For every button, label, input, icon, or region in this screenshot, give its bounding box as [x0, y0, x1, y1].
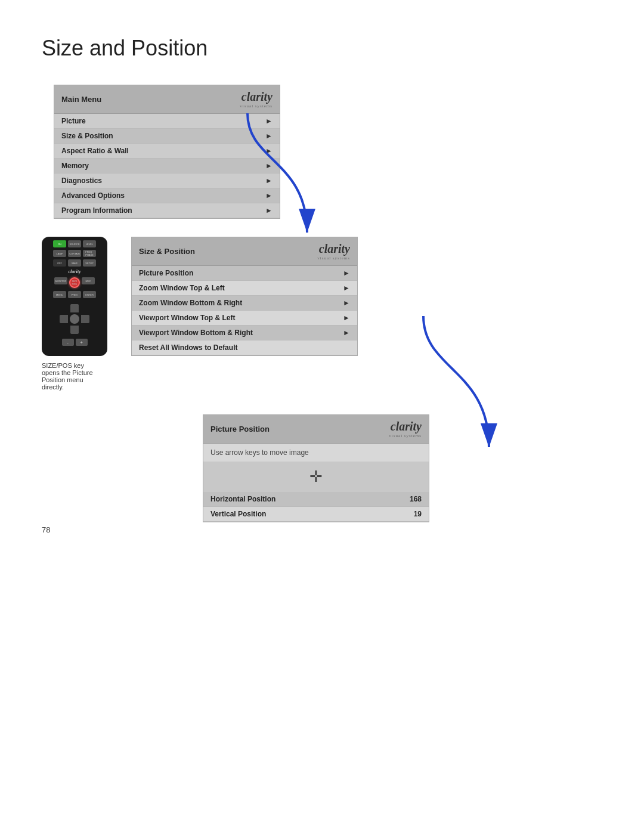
arrow-icon: ► — [265, 117, 273, 125]
arrow-icon: ► — [265, 206, 273, 215]
arrow-icon: ► — [343, 284, 350, 292]
section-main-menu: Main Menu clarity visual systems Picture… — [42, 85, 602, 219]
arrow-icon: ► — [343, 329, 350, 337]
clarity-logo-main: clarity visual systems — [240, 90, 273, 109]
section-picture-pos: Picture Position clarity visual systems … — [203, 414, 602, 522]
menu-item-program[interactable]: Program Information ► — [54, 203, 280, 218]
menu-item-viewport-bottom-right[interactable]: Viewport Window Bottom & Right ► — [132, 326, 357, 340]
remote-area: ON SOURCE LEVEL LAMP CURTAIN FREQPHASE O… — [42, 237, 107, 391]
arrow-icon: ► — [343, 314, 350, 322]
clarity-logo-size: clarity visual systems — [317, 242, 350, 261]
pic-pos-header: Picture Position clarity visual systems — [203, 415, 429, 444]
main-menu-panel: Main Menu clarity visual systems Picture… — [54, 85, 280, 219]
remote-label: SIZE/POS key opens the Picture Position … — [42, 362, 93, 391]
arrow-icon: ► — [343, 299, 350, 307]
menu-item-aspect[interactable]: Aspect Ratio & Wall ► — [54, 144, 280, 159]
menu-item-zoom-bottom-right[interactable]: Zoom Window Bottom & Right ► — [132, 296, 357, 311]
arrow-icon: ► — [265, 132, 273, 140]
section-size-pos: ON SOURCE LEVEL LAMP CURTAIN FREQPHASE O… — [42, 237, 602, 391]
dpad — [60, 304, 89, 334]
size-pos-header: Size & Position clarity visual systems — [132, 237, 357, 266]
menu-item-size-pos[interactable]: Size & Position ► — [54, 129, 280, 144]
remote-clarity-text: clarity — [45, 268, 104, 275]
four-way-arrow-icon: ✛ — [309, 467, 323, 486]
menu-item-memory[interactable]: Memory ► — [54, 159, 280, 174]
menu-item-viewport-top-left[interactable]: Viewport Window Top & Left ► — [132, 311, 357, 326]
move-image-instruction: Use arrow keys to move image — [203, 444, 429, 462]
page-title: Size and Position — [42, 36, 602, 61]
move-arrow-icon: ✛ — [203, 462, 429, 492]
page-number: 78 — [42, 525, 50, 534]
pic-pos-title: Picture Position — [210, 425, 270, 433]
menu-item-reset[interactable]: Reset All Windows to Default — [132, 340, 357, 355]
menu-item-picture[interactable]: Picture ► — [54, 114, 280, 129]
picture-pos-panel: Picture Position clarity visual systems … — [203, 414, 429, 522]
main-menu-header: Main Menu clarity visual systems — [54, 85, 280, 114]
remote-image: ON SOURCE LEVEL LAMP CURTAIN FREQPHASE O… — [42, 237, 107, 356]
menu-item-vert-pos[interactable]: Vertical Position 19 — [203, 507, 429, 522]
arrow-icon: ► — [343, 269, 350, 277]
main-menu-title: Main Menu — [61, 95, 101, 104]
arrow-icon: ► — [265, 162, 273, 170]
menu-item-advanced[interactable]: Advanced Options ► — [54, 188, 280, 203]
size-pos-panel: Size & Position clarity visual systems P… — [131, 237, 358, 356]
menu-item-picture-pos[interactable]: Picture Position ► — [132, 266, 357, 281]
menu-item-horiz-pos[interactable]: Horizontal Position 168 — [203, 492, 429, 507]
menu-item-diagnostics[interactable]: Diagnostics ► — [54, 174, 280, 188]
arrow-icon: ► — [265, 191, 273, 200]
size-pos-title: Size & Position — [139, 247, 195, 256]
arrow-icon: ► — [265, 176, 273, 185]
page-content: Size and Position Main Menu clarity visu… — [0, 0, 644, 558]
clarity-logo-pic: clarity visual systems — [389, 420, 422, 438]
menu-item-zoom-top-left[interactable]: Zoom Window Top & Left ► — [132, 281, 357, 296]
arrow-icon: ► — [265, 147, 273, 155]
